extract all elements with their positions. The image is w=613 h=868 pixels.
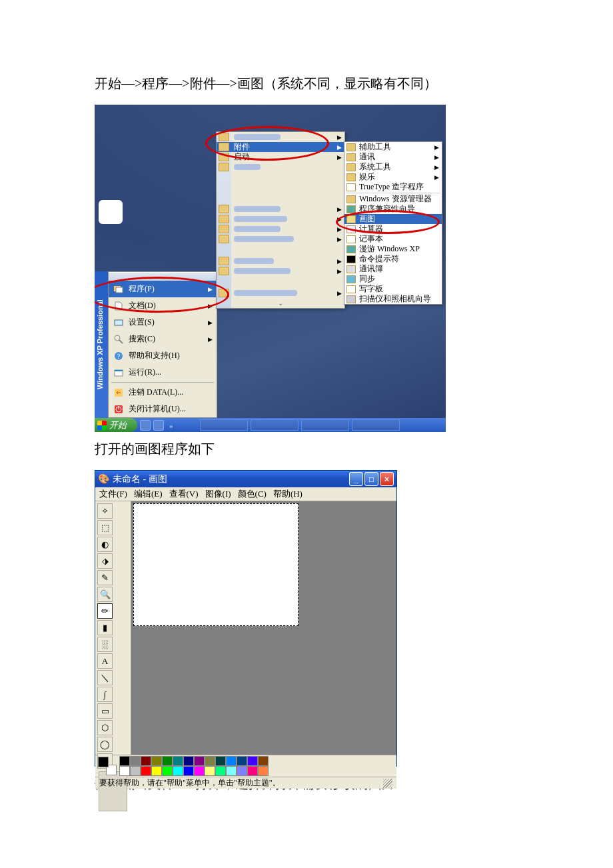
palette-color[interactable] — [226, 756, 237, 766]
start-button[interactable]: 开始 — [95, 418, 137, 432]
fgbg-swatch[interactable] — [98, 757, 117, 775]
acc-access-tools[interactable]: 辅助工具▶ — [344, 142, 442, 152]
acc-sync[interactable]: 同步 — [344, 274, 442, 284]
palette-color[interactable] — [119, 756, 130, 766]
program-item-blurred[interactable]: ▶ — [217, 214, 344, 224]
menu-edit[interactable]: 编辑(E) — [134, 488, 163, 500]
start-help[interactable]: ? 帮助和支持(H) — [109, 347, 217, 364]
quicklaunch-ie-icon[interactable] — [140, 420, 151, 431]
tool-curve[interactable]: ∫ — [97, 687, 113, 702]
palette-color[interactable] — [151, 756, 162, 766]
taskbar-task[interactable] — [200, 419, 248, 431]
palette-color[interactable] — [162, 756, 173, 766]
menu-view[interactable]: 查看(V) — [169, 488, 199, 500]
palette-color[interactable] — [119, 766, 130, 776]
quicklaunch-chevron-icon[interactable]: » — [169, 421, 173, 429]
program-item-blurred[interactable]: ▶ — [217, 288, 344, 298]
palette-color[interactable] — [183, 766, 194, 776]
tool-text[interactable]: A — [97, 653, 113, 669]
acc-communications[interactable]: 通讯▶ — [344, 152, 442, 162]
program-item-blurred[interactable]: ▶ — [217, 204, 344, 214]
start-settings[interactable]: 设置(S) ▶ — [109, 314, 217, 331]
palette-color[interactable] — [237, 756, 247, 766]
palette-color[interactable] — [237, 766, 247, 776]
program-item-blurred[interactable] — [217, 162, 344, 172]
program-item-blurred[interactable]: ▶ — [217, 234, 344, 244]
quicklaunch-desktop-icon[interactable] — [153, 420, 164, 431]
acc-compat-wizard[interactable]: 程序兼容性向导 — [344, 204, 442, 214]
program-item-blurred[interactable]: ▶ — [217, 256, 344, 266]
palette-color[interactable] — [194, 756, 205, 766]
palette-color[interactable] — [205, 766, 215, 776]
menu-more-chevron[interactable]: ⌄ — [217, 298, 344, 308]
tool-rect-select[interactable]: ⬚ — [97, 520, 113, 535]
palette-color[interactable] — [247, 766, 258, 776]
tool-freeform-select[interactable]: ✧ — [97, 503, 113, 519]
palette-color[interactable] — [215, 756, 226, 766]
acc-system-tools[interactable]: 系统工具▶ — [344, 162, 442, 172]
palette-color[interactable] — [205, 756, 215, 766]
start-search[interactable]: 搜索(C) ▶ — [109, 331, 217, 347]
tool-polygon[interactable]: ⬡ — [97, 720, 113, 735]
acc-explorer[interactable]: Windows 资源管理器 — [344, 194, 442, 204]
palette-color[interactable] — [226, 766, 237, 776]
palette-color[interactable] — [247, 756, 258, 766]
program-item-blurred[interactable]: ▶ — [217, 132, 344, 142]
palette-color[interactable] — [258, 766, 269, 776]
acc-notepad[interactable]: 记事本 — [344, 234, 442, 244]
start-programs[interactable]: 程序(P) ▶ — [109, 281, 217, 297]
start-logoff[interactable]: 注销 DATA(L)... — [109, 384, 217, 401]
start-run[interactable]: 运行(R)... — [109, 364, 217, 381]
acc-addressbook[interactable]: 通讯簿 — [344, 264, 442, 274]
start-shutdown[interactable]: 关闭计算机(U)... — [109, 401, 217, 417]
resize-grip-icon[interactable] — [383, 779, 392, 788]
palette-color[interactable] — [130, 756, 141, 766]
start-documents[interactable]: 文档(D) ▶ — [109, 297, 217, 314]
acc-entertainment[interactable]: 娱乐▶ — [344, 172, 442, 182]
palette-color[interactable] — [141, 766, 151, 776]
menu-file[interactable]: 文件(F) — [99, 488, 127, 500]
acc-tour[interactable]: 漫游 Windows XP — [344, 244, 442, 254]
acc-scanner-wizard[interactable]: 扫描仪和照相机向导 — [344, 294, 442, 304]
tool-brush[interactable]: ▮ — [97, 620, 113, 635]
acc-paint[interactable]: 画图 — [344, 214, 442, 224]
acc-truetype[interactable]: TrueType 造字程序 — [344, 182, 442, 192]
palette-color[interactable] — [141, 756, 151, 766]
minimize-button[interactable]: _ — [349, 472, 363, 486]
menu-image[interactable]: 图像(I) — [205, 488, 231, 500]
palette-color[interactable] — [194, 766, 205, 776]
palette-color[interactable] — [130, 766, 141, 776]
program-item-blurred[interactable]: ▶ — [217, 224, 344, 234]
acc-wordpad[interactable]: 写字板 — [344, 284, 442, 294]
acc-calc[interactable]: 计算器 — [344, 224, 442, 234]
taskbar-task[interactable] — [251, 419, 299, 431]
tool-zoom[interactable]: 🔍 — [97, 587, 113, 602]
palette-color[interactable] — [151, 766, 162, 776]
canvas-area[interactable] — [131, 501, 396, 755]
tool-eyedrop[interactable]: ✎ — [97, 570, 113, 585]
tool-line[interactable]: ＼ — [97, 670, 113, 685]
canvas[interactable] — [133, 503, 299, 626]
palette-color[interactable] — [258, 756, 269, 766]
program-item-blurred[interactable]: ▶ — [217, 266, 344, 276]
palette-color[interactable] — [183, 756, 194, 766]
program-accessories[interactable]: 附件▶ — [217, 142, 344, 152]
taskbar-task[interactable] — [301, 419, 349, 431]
palette-color[interactable] — [173, 756, 183, 766]
tool-rect[interactable]: ▭ — [97, 703, 113, 719]
tool-ellipse[interactable]: ◯ — [97, 737, 113, 752]
taskbar-task[interactable] — [352, 419, 400, 431]
tool-pencil[interactable]: ✏ — [97, 603, 113, 619]
desktop-icon[interactable] — [99, 200, 123, 224]
tool-fill[interactable]: ⬗ — [97, 553, 113, 569]
tool-eraser[interactable]: ◐ — [97, 537, 113, 552]
palette-color[interactable] — [215, 766, 226, 776]
maximize-button[interactable]: □ — [364, 472, 378, 486]
menu-help[interactable]: 帮助(H) — [273, 488, 303, 500]
acc-cmd[interactable]: 命令提示符 — [344, 254, 442, 264]
program-startup[interactable]: 启动▶ — [217, 152, 344, 162]
menu-colors[interactable]: 颜色(C) — [238, 488, 267, 500]
palette-color[interactable] — [173, 766, 183, 776]
palette-color[interactable] — [162, 766, 173, 776]
tool-spray[interactable]: ░ — [97, 637, 113, 652]
